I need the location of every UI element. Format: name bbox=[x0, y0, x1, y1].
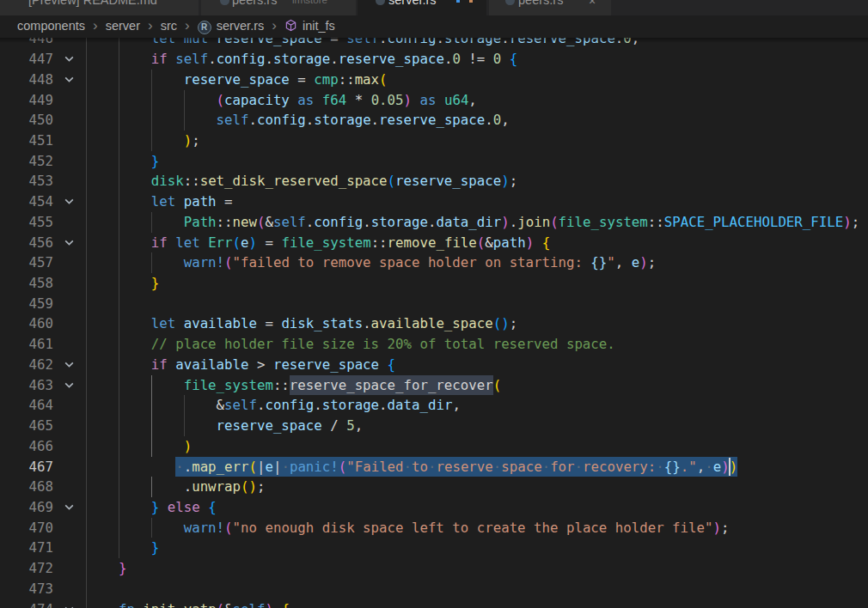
code-text: } bbox=[86, 558, 126, 579]
line-number: 459 bbox=[0, 294, 53, 314]
code-text: file_system::reserve_space_for_recover( bbox=[86, 375, 501, 396]
tab-close-icon[interactable]: × bbox=[589, 0, 596, 8]
tab-indicator bbox=[469, 0, 473, 3]
line-number: 452 bbox=[0, 151, 53, 172]
code-text: let available = disk_stats.available_spa… bbox=[86, 313, 517, 334]
code-line-454[interactable]: 454 let path = bbox=[0, 192, 868, 212]
rust-file-icon bbox=[220, 0, 229, 5]
line-number: 472 bbox=[0, 558, 53, 579]
fold-chevron-icon[interactable] bbox=[60, 195, 77, 209]
tab-label: peers.rs bbox=[232, 0, 277, 7]
code-text bbox=[86, 579, 119, 599]
code-line-453[interactable]: 453 disk::set_disk_reserved_space(reserv… bbox=[0, 171, 868, 192]
line-number: 449 bbox=[0, 90, 53, 111]
code-text: if available > reserve_space { bbox=[86, 355, 395, 375]
fold-chevron-icon[interactable] bbox=[60, 379, 77, 392]
fold-chevron-icon[interactable] bbox=[60, 236, 77, 250]
code-line-460[interactable]: 460 let available = disk_stats.available… bbox=[0, 313, 868, 334]
code-text: disk::set_disk_reserved_space(reserve_sp… bbox=[86, 171, 517, 192]
code-text: ·.map_err(|e|·panic!("Failed·to·reserve·… bbox=[86, 457, 737, 477]
line-number: 469 bbox=[0, 497, 53, 518]
code-line-473[interactable]: 473 bbox=[0, 579, 868, 599]
code-line-449[interactable]: 449 (capacity as f64 * 0.05) as u64, bbox=[0, 90, 868, 111]
code-line-465[interactable]: 465 reserve_space / 5, bbox=[0, 416, 868, 436]
line-number: 451 bbox=[0, 131, 53, 151]
code-text: // place holder file size is 20% of tota… bbox=[86, 334, 615, 355]
breadcrumb-separator-icon: › bbox=[93, 18, 98, 33]
breadcrumb-item-components[interactable]: components bbox=[17, 19, 85, 33]
breadcrumb-item-server.rs[interactable]: Rserver.rs bbox=[198, 18, 265, 33]
code-text: reserve_space = cmp::max( bbox=[86, 70, 388, 90]
code-line-468[interactable]: 468 .unwrap(); bbox=[0, 477, 868, 497]
fold-chevron-icon[interactable] bbox=[60, 358, 77, 372]
code-line-466[interactable]: 466 ) bbox=[0, 436, 868, 457]
code-line-448[interactable]: 448 reserve_space = cmp::max( bbox=[0, 70, 868, 90]
line-number: 455 bbox=[0, 212, 53, 233]
code-text: } bbox=[86, 273, 159, 294]
code-line-469[interactable]: 469 } else { bbox=[0, 497, 868, 518]
code-line-464[interactable]: 464 &self.config.storage.data_dir, bbox=[0, 395, 868, 416]
code-text: &self.config.storage.data_dir, bbox=[86, 395, 461, 416]
line-number: 473 bbox=[0, 579, 53, 599]
code-text bbox=[86, 294, 151, 314]
code-line-450[interactable]: 450 self.config.storage.reserve_space.0, bbox=[0, 110, 868, 131]
code-text: } bbox=[86, 151, 159, 172]
line-number: 471 bbox=[0, 538, 53, 558]
line-number: 467 bbox=[0, 457, 53, 477]
rust-file-icon bbox=[376, 0, 385, 5]
code-line-471[interactable]: 471 } bbox=[0, 538, 868, 558]
fold-chevron-icon[interactable] bbox=[60, 73, 77, 87]
fold-chevron-icon[interactable] bbox=[60, 501, 77, 514]
code-line-462[interactable]: 462 if available > reserve_space { bbox=[0, 355, 868, 375]
line-number: 463 bbox=[0, 375, 53, 396]
tab-server.rs[interactable]: server.rs bbox=[358, 0, 486, 15]
code-line-474[interactable]: 474 fn init_yatp(&self) { bbox=[0, 599, 868, 608]
code-line-470[interactable]: 470 warn!("no enough disk space left to … bbox=[0, 518, 868, 538]
code-text: (capacity as f64 * 0.05) as u64, bbox=[86, 90, 477, 111]
breadcrumb-item-init-fs[interactable]: init_fs bbox=[284, 18, 335, 33]
code-line-457[interactable]: 457 warn!("failed to remove space holder… bbox=[0, 252, 868, 273]
tab-indicator bbox=[456, 0, 460, 3]
code-editor[interactable]: 446 let mut reserve_space = self.config.… bbox=[0, 0, 868, 608]
line-number: 465 bbox=[0, 416, 53, 436]
code-line-463[interactable]: 463 file_system::reserve_space_for_recov… bbox=[0, 375, 868, 396]
breadcrumb-label: src bbox=[161, 19, 177, 33]
tab-label: [Preview] README.md bbox=[28, 0, 157, 7]
line-number: 470 bbox=[0, 518, 53, 538]
line-number: 447 bbox=[0, 49, 53, 70]
fold-chevron-icon[interactable] bbox=[60, 52, 77, 66]
line-number: 453 bbox=[0, 171, 53, 192]
breadcrumb-item-src[interactable]: src bbox=[161, 19, 177, 33]
text-cursor bbox=[729, 458, 730, 476]
line-number: 456 bbox=[0, 233, 53, 253]
rust-file-icon bbox=[505, 0, 515, 5]
breadcrumb-label: server bbox=[106, 19, 140, 33]
line-number: 474 bbox=[0, 599, 53, 608]
code-line-447[interactable]: 447 if self.config.storage.reserve_space… bbox=[0, 49, 868, 70]
breadcrumb-separator-icon: › bbox=[185, 18, 190, 33]
code-line-455[interactable]: 455 Path::new(&self.config.storage.data_… bbox=[0, 212, 868, 233]
code-text: self.config.storage.reserve_space.0, bbox=[86, 110, 510, 131]
code-line-456[interactable]: 456 if let Err(e) = file_system::remove_… bbox=[0, 233, 868, 253]
code-line-461[interactable]: 461 // place holder file size is 20% of … bbox=[0, 334, 868, 355]
code-line-472[interactable]: 472 } bbox=[0, 558, 868, 579]
tab-description: im\store bbox=[292, 0, 327, 5]
code-text: ); bbox=[86, 131, 200, 151]
fold-chevron-icon[interactable] bbox=[60, 603, 77, 608]
code-text: let path = bbox=[86, 192, 233, 212]
breadcrumb-label: init_fs bbox=[303, 19, 335, 33]
editor-tab-bar: [Preview] README.mdpeers.rsim\storeserve… bbox=[0, 0, 868, 15]
code-line-459[interactable]: 459 bbox=[0, 294, 868, 314]
code-line-467[interactable]: 467 ·.map_err(|e|·panic!("Failed·to·rese… bbox=[0, 457, 868, 477]
breadcrumb: components›server›src›Rserver.rs›init_fs bbox=[0, 15, 868, 38]
breadcrumb-item-server[interactable]: server bbox=[106, 19, 140, 33]
tab-peers.rs[interactable]: peers.rsim\store bbox=[201, 0, 356, 15]
code-line-452[interactable]: 452 } bbox=[0, 151, 868, 172]
code-line-458[interactable]: 458 } bbox=[0, 273, 868, 294]
line-number: 450 bbox=[0, 110, 53, 131]
code-text: reserve_space / 5, bbox=[86, 416, 363, 436]
code-line-451[interactable]: 451 ); bbox=[0, 131, 868, 151]
line-number: 457 bbox=[0, 252, 53, 273]
tab-peers.rs[interactable]: peers.rs× bbox=[489, 0, 611, 15]
tab--preview-readme.md[interactable]: [Preview] README.md bbox=[0, 0, 199, 15]
